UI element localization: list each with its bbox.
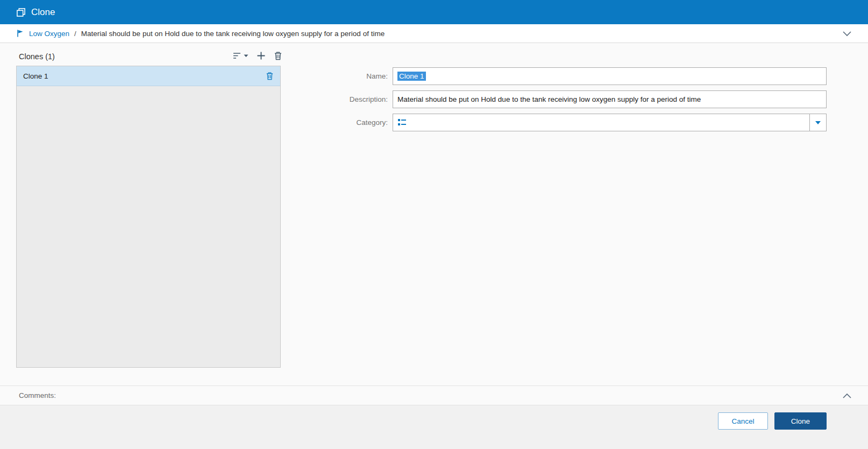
description-field-text: Material should be put on Hold due to th… (397, 95, 701, 103)
breadcrumb-separator: / (74, 30, 76, 38)
category-dropdown-button[interactable] (809, 114, 826, 131)
flag-icon (16, 29, 25, 38)
breadcrumb: Low Oxygen / Material should be put on H… (0, 24, 868, 43)
breadcrumb-parent-link[interactable]: Low Oxygen (29, 30, 69, 38)
clone-list: Clone 1 (16, 66, 281, 368)
category-list-icon (397, 118, 407, 127)
clone-dialog: Clone Low Oxygen / Material should be pu… (0, 0, 868, 449)
description-label: Description: (284, 95, 393, 103)
chevron-down-icon[interactable] (842, 30, 852, 37)
category-field[interactable] (393, 114, 827, 131)
cancel-button[interactable]: Cancel (718, 412, 768, 430)
clone-list-toolbar (232, 51, 282, 60)
name-row: Name: Clone 1 (284, 67, 827, 85)
chevron-up-icon[interactable] (842, 392, 852, 399)
list-item[interactable]: Clone 1 (17, 66, 280, 86)
dialog-title: Clone (31, 7, 55, 18)
delete-icon[interactable] (274, 51, 282, 60)
description-row: Description: Material should be put on H… (284, 90, 827, 108)
clone-button[interactable]: Clone (774, 412, 827, 430)
filter-caret-icon (244, 54, 248, 58)
comments-label: Comments: (19, 391, 56, 399)
delete-clone-icon[interactable] (266, 72, 274, 80)
dialog-header: Clone (0, 0, 868, 24)
name-field[interactable]: Clone 1 (393, 67, 827, 85)
main-content: Clones (1) (0, 43, 868, 385)
name-field-selected-text: Clone 1 (397, 72, 426, 81)
description-field[interactable]: Material should be put on Hold due to th… (393, 90, 827, 108)
dialog-footer: Cancel Clone (0, 405, 868, 449)
clone-icon (16, 8, 26, 17)
clone-item-label: Clone 1 (23, 72, 48, 80)
comments-section: Comments: (0, 385, 868, 405)
category-row: Category: (284, 114, 827, 131)
name-label: Name: (284, 72, 393, 80)
add-icon[interactable] (257, 51, 266, 60)
breadcrumb-current: Material should be put on Hold due to th… (81, 30, 385, 38)
category-label: Category: (284, 118, 393, 127)
clones-panel-title: Clones (1) (19, 52, 55, 61)
caret-down-icon (815, 121, 821, 124)
filter-icon[interactable] (232, 52, 248, 60)
